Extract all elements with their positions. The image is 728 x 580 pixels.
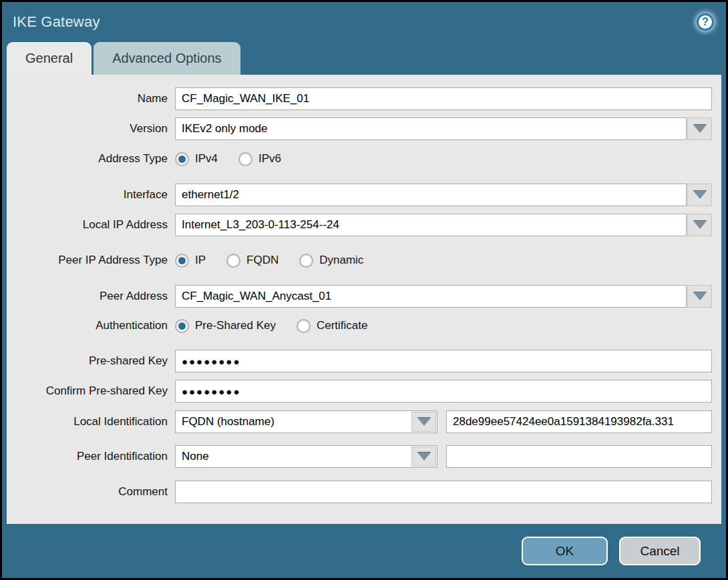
address-type-radio-group: IPv4 IPv6 [175, 152, 302, 166]
interface-dropdown-button[interactable] [687, 184, 712, 206]
local-ip-row: Local IP Address [7, 214, 721, 236]
name-input[interactable] [175, 87, 712, 110]
ike-gateway-dialog: IKE Gateway ? General Advanced Options N… [0, 0, 728, 580]
confirm-psk-label: Confirm Pre-shared Key [7, 384, 175, 398]
radio-fqdn[interactable]: FQDN [226, 254, 279, 268]
tab-advanced-options[interactable]: Advanced Options [94, 42, 240, 75]
general-tab-panel: Name Version Address Type IPv4 IPv6 [7, 75, 721, 524]
local-id-row: Local Identification [7, 410, 721, 433]
address-type-label: Address Type [7, 152, 175, 166]
peer-id-type-combo [175, 445, 437, 468]
peer-ip-type-radio-group: IP FQDN Dynamic [175, 254, 384, 268]
confirm-psk-row: Confirm Pre-shared Key [7, 380, 721, 402]
chevron-down-icon [693, 292, 707, 300]
psk-input[interactable] [175, 350, 712, 372]
name-row: Name [7, 87, 721, 110]
dialog-footer: OK Cancel [2, 524, 726, 578]
psk-label: Pre-shared Key [7, 354, 175, 368]
confirm-psk-input[interactable] [175, 380, 712, 402]
comment-label: Comment [7, 485, 175, 499]
peer-id-value-input[interactable] [446, 445, 712, 468]
tab-general[interactable]: General [7, 42, 92, 75]
cancel-button[interactable]: Cancel [619, 537, 701, 565]
interface-row: Interface [7, 184, 721, 206]
local-ip-dropdown-button[interactable] [687, 214, 712, 236]
psk-row: Pre-shared Key [7, 350, 721, 372]
radio-ipv4-circle[interactable] [175, 152, 189, 166]
authentication-row: Authentication Pre-Shared Key Certificat… [7, 316, 721, 335]
local-id-type-input[interactable] [176, 411, 411, 432]
comment-input[interactable] [175, 481, 712, 503]
comment-row: Comment [7, 481, 721, 503]
radio-ip[interactable]: IP [175, 254, 206, 268]
peer-address-row: Peer Address [7, 285, 721, 308]
version-label: Version [7, 122, 175, 135]
chevron-down-icon [693, 191, 707, 199]
help-icon[interactable]: ? [697, 13, 714, 31]
radio-certificate[interactable]: Certificate [297, 319, 368, 333]
dialog-titlebar: IKE Gateway ? [2, 2, 726, 42]
peer-id-type-input[interactable] [176, 446, 411, 467]
ok-button[interactable]: OK [522, 537, 608, 565]
version-row: Version [7, 117, 721, 140]
address-type-row: Address Type IPv4 IPv6 [7, 150, 721, 168]
chevron-down-icon [693, 221, 707, 229]
peer-address-label: Peer Address [7, 290, 175, 303]
local-id-type-combo [175, 410, 437, 433]
radio-ipv6[interactable]: IPv6 [238, 152, 281, 166]
chevron-down-icon [693, 125, 707, 133]
local-id-value-input[interactable] [446, 410, 712, 433]
radio-dynamic[interactable]: Dynamic [299, 254, 363, 268]
tab-bar: General Advanced Options [2, 42, 726, 75]
version-dropdown-button[interactable] [687, 117, 712, 140]
peer-address-dropdown-button[interactable] [687, 285, 712, 308]
chevron-down-icon [417, 453, 431, 461]
radio-ip-circle[interactable] [175, 254, 189, 268]
dialog-title: IKE Gateway [13, 13, 697, 31]
local-id-label: Local Identification [7, 415, 175, 428]
peer-id-dropdown-button[interactable] [411, 447, 436, 467]
peer-ip-type-label: Peer IP Address Type [7, 254, 175, 267]
authentication-label: Authentication [7, 319, 175, 332]
peer-address-select-input[interactable] [175, 285, 687, 308]
name-label: Name [7, 92, 175, 105]
radio-psk-circle[interactable] [175, 319, 189, 333]
local-id-dropdown-button[interactable] [411, 412, 436, 432]
authentication-radio-group: Pre-Shared Key Certificate [175, 319, 388, 333]
peer-id-label: Peer Identification [7, 450, 175, 463]
radio-pre-shared-key[interactable]: Pre-Shared Key [175, 319, 276, 333]
version-select-input[interactable] [175, 117, 687, 140]
interface-label: Interface [7, 188, 175, 202]
radio-ipv6-circle[interactable] [238, 152, 252, 166]
radio-dynamic-circle[interactable] [299, 254, 313, 268]
interface-select-input[interactable] [175, 184, 687, 206]
peer-ip-type-row: Peer IP Address Type IP FQDN Dynamic [7, 251, 721, 270]
local-ip-label: Local IP Address [7, 218, 175, 232]
radio-certificate-circle[interactable] [297, 319, 311, 333]
peer-id-row: Peer Identification [7, 445, 721, 468]
radio-ipv4[interactable]: IPv4 [175, 152, 218, 166]
local-ip-select-input[interactable] [175, 214, 687, 236]
chevron-down-icon [417, 418, 431, 426]
radio-fqdn-circle[interactable] [226, 254, 240, 268]
